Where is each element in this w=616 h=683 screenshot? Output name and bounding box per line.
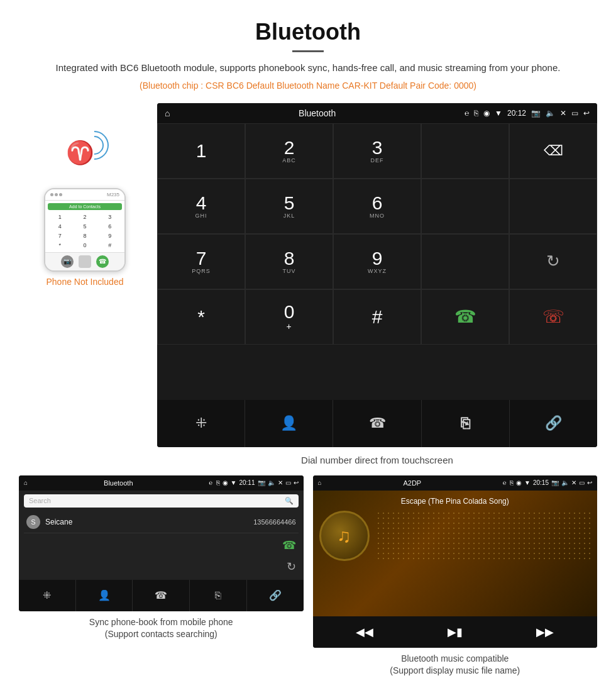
mini-win-icon-m[interactable]: ▭ [579,479,585,486]
volume-icon[interactable]: 🔈 [546,109,555,118]
phone-key-5: 5 [73,222,97,231]
mini-vol-icon[interactable]: 🔈 [268,479,275,486]
phone-not-included: Phone Not Included [47,277,124,287]
bluetooth-icon: ⎘ [461,414,470,432]
camera-icon[interactable]: 📷 [531,109,541,118]
search-placeholder: Search [29,497,51,504]
mini-bt-icon: ⎘ [216,479,220,486]
phone-add-contacts: Add to Contacts [48,203,122,210]
page-title: Bluetooth [13,19,603,45]
phone-key-8: 8 [73,231,97,240]
mini-cam-icon[interactable]: 📷 [258,479,265,486]
phone-bottom-bar: 📷 ☎ [45,252,124,270]
dial-backspace[interactable]: ⌫ [509,123,597,179]
home-icon[interactable]: ⌂ [165,108,170,118]
mini-close-icon-m[interactable]: ✕ [571,479,576,486]
phone-key-4: 4 [48,222,72,231]
mini-home-icon-m[interactable]: ⌂ [318,479,322,486]
phone-dot [55,193,58,196]
dial-empty-3 [509,179,597,234]
dial-key-0[interactable]: 0 + [245,289,333,345]
play-pause-button[interactable]: ▶▮ [448,625,463,639]
phonebook-row: S Seicane 13566664466 [24,511,299,533]
prev-track-button[interactable]: ◀◀ [356,625,373,639]
car-bottom-contacts[interactable]: 👤 [245,400,333,447]
contacts-icon: 👤 [280,415,297,431]
dial-call-red[interactable]: ☏ [509,289,597,345]
refresh-contacts-icon[interactable]: ↻ [287,560,296,574]
phone-camera-button: 📷 [61,255,74,268]
mini-back-icon-m[interactable]: ↩ [587,479,592,486]
dial-key-8[interactable]: 8 TUV [245,234,333,289]
phone-icon: ☎ [369,415,386,431]
mini-person-icon[interactable]: 👤 [76,580,133,611]
back-icon[interactable]: ↩ [583,109,590,118]
page-header: Bluetooth Integrated with BC6 Bluetooth … [0,0,616,97]
bluetooth-waves: ♈ [60,128,110,179]
dial-key-7[interactable]: 7 PQRS [157,234,245,289]
mini-home-icon[interactable]: ⌂ [24,479,28,486]
phonebook-search[interactable]: Search 🔍 [24,494,299,508]
dial-key-3[interactable]: 3 DEF [333,123,421,179]
phone-dialpad: 1 2 3 4 5 6 7 8 9 * 0 # [48,213,122,250]
bluetooth-status-icon: ⎘ [474,109,478,118]
mini-link-icon[interactable]: 🔗 [247,580,304,611]
grid-icon: ⁜ [195,415,207,431]
car-bottom-phone[interactable]: ☎ [333,400,421,447]
mini-cam-icon-m[interactable]: 📷 [551,479,559,486]
mini-grid-icon[interactable]: ⁜ [19,580,76,611]
phone-key-9: 9 [97,231,122,240]
mini-win-icon[interactable]: ▭ [285,479,291,486]
mini-phone-icon[interactable]: ☎ [133,580,190,611]
dial-empty-4 [421,234,509,289]
mini-usb-icon: ℮ [209,479,213,486]
dial-key-1[interactable]: 1 [157,123,245,179]
dial-refresh[interactable]: ↻ [509,234,597,289]
contact-name: Seicane [45,518,253,526]
call-contact-icon[interactable]: ☎ [282,538,296,552]
dial-call-green[interactable]: ☎ [421,289,509,345]
mini-status-icons-m: ⎘ ◉ ▼ 20:15 📷 🔈 ✕ ▭ ↩ [510,479,592,486]
phonebook-caption: Sync phone-book from mobile phone (Suppo… [19,616,304,641]
car-screen-dial: ⌂ Bluetooth ℮ ⎘ ◉ ▼ 20:12 📷 🔈 ✕ ▭ ↩ [157,103,597,447]
car-bottom-bluetooth[interactable]: ⎘ [422,400,510,447]
car-bottom-bar: ⁜ 👤 ☎ ⎘ 🔗 [157,400,597,447]
mini-vol-icon-m[interactable]: 🔈 [561,479,569,486]
phonebook-area: Search 🔍 S Seicane 13566664466 ☎ ↻ [19,491,304,580]
phone-key-6: 6 [97,222,122,231]
next-track-button[interactable]: ▶▶ [536,625,554,639]
music-area: Escape (The Pina Colada Song) ♫ [313,491,598,616]
mini-back-icon[interactable]: ↩ [294,479,299,486]
dial-empty-2 [421,179,509,234]
status-right: ⎘ ◉ ▼ 20:12 📷 🔈 ✕ ▭ ↩ [474,109,590,118]
dial-key-9[interactable]: 9 WXYZ [333,234,421,289]
car-bottom-link[interactable]: 🔗 [510,400,597,447]
status-bar: ⌂ Bluetooth ℮ ⎘ ◉ ▼ 20:12 📷 🔈 ✕ ▭ ↩ [157,103,597,123]
dial-key-4[interactable]: 4 GHI [157,179,245,234]
subtitle-text: Integrated with BC6 Bluetooth module, su… [13,61,603,75]
dial-key-hash[interactable]: # [333,289,421,345]
phone-call-button: ☎ [96,255,109,268]
mini-bt-icon2[interactable]: ⎘ [190,580,247,611]
mini-status-icons: ⎘ ◉ ▼ 20:11 📷 🔈 ✕ ▭ ↩ [216,479,299,486]
car-bottom-grid[interactable]: ⁜ [157,400,245,447]
window-icon[interactable]: ▭ [571,109,578,118]
mini-screen-phonebook: ⌂ Bluetooth ℮ ⎘ ◉ ▼ 20:11 📷 🔈 ✕ ▭ ↩ [19,475,304,611]
dial-key-star[interactable]: * [157,289,245,345]
title-divider [292,50,324,52]
album-art: ♫ [319,511,370,561]
mini-bottom-bar-phonebook: ⁜ 👤 ☎ ⎘ 🔗 [19,580,304,611]
usb-icon: ℮ [465,109,469,118]
orange-info: (Bluetooth chip : CSR BC6 Default Blueto… [13,81,603,91]
dial-key-2[interactable]: 2 ABC [245,123,333,179]
music-album: ♫ [319,511,591,561]
mini-screen-title-m: A2DP [325,479,500,487]
dial-key-6[interactable]: 6 MNO [333,179,421,234]
mini-close-icon[interactable]: ✕ [278,479,283,486]
phone-key-3: 3 [97,213,122,221]
close-icon[interactable]: ✕ [560,109,566,118]
bottom-panels: ⌂ Bluetooth ℮ ⎘ ◉ ▼ 20:11 📷 🔈 ✕ ▭ ↩ [0,475,616,677]
screen-title: Bluetooth [175,108,459,118]
dial-key-5[interactable]: 5 JKL [245,179,333,234]
music-song-title: Escape (The Pina Colada Song) [319,497,591,506]
